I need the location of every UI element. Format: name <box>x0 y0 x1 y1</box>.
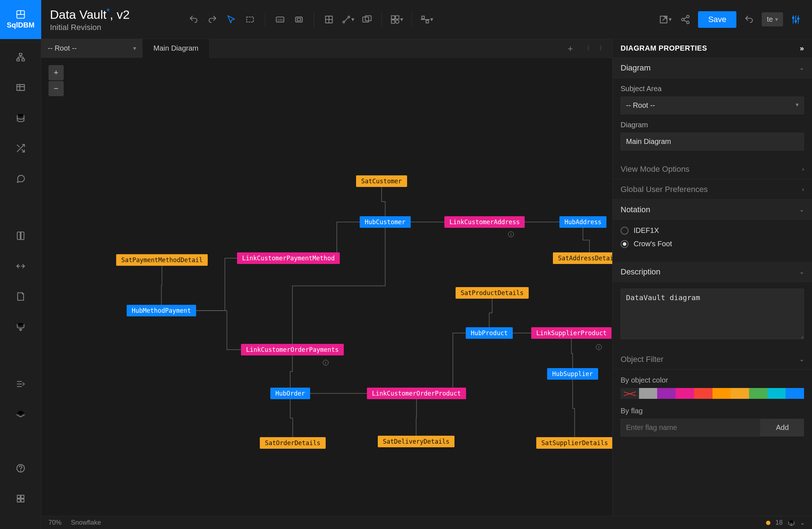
chevron-down-icon: ⌄ <box>799 268 804 275</box>
brand-text: SqlDBM <box>7 21 35 29</box>
add-table-button[interactable] <box>321 12 337 27</box>
entity-SatCustomer[interactable]: SatCustomer <box>356 175 407 187</box>
section-object-filter[interactable]: Object Filter ⌄ <box>613 349 812 370</box>
subject-area-field[interactable]: -- Root --▾ <box>621 97 804 114</box>
chevron-down-icon: ⌄ <box>799 64 804 71</box>
entity-SatAddressDetails[interactable]: SatAddressDetails <box>553 252 612 264</box>
entity-HubMethodPayment[interactable]: HubMethodPayment <box>127 305 196 316</box>
entity-SatPaymentMethodDetail[interactable]: SatPaymentMethodDetail <box>116 254 208 266</box>
svg-rect-61 <box>21 499 24 502</box>
entity-LinkCustomerAddress[interactable]: LinkCustomerAddress <box>444 216 525 228</box>
notation-crowsfoot[interactable]: Crow's Foot <box>621 240 804 248</box>
description-field[interactable] <box>621 289 804 339</box>
zoom-in-button[interactable]: + <box>48 65 64 80</box>
section-diagram[interactable]: Diagram ⌄ <box>613 58 812 78</box>
color-swatch[interactable] <box>676 388 694 399</box>
zoom-level[interactable]: 70% <box>48 519 62 526</box>
color-swatch[interactable] <box>767 388 786 399</box>
chevron-right-icon: › <box>802 166 804 172</box>
import-icon[interactable] <box>13 377 28 391</box>
entity-LinkSupplierProduct[interactable]: LinkSupplierProduct <box>531 327 612 339</box>
entity-LinkCustomerOrderProduct[interactable]: LinkCustomerOrderProduct <box>367 388 466 399</box>
cube-icon[interactable] <box>788 519 795 526</box>
compare-icon[interactable] <box>13 259 28 273</box>
svg-point-50 <box>17 323 24 326</box>
zoom-out-button[interactable]: − <box>48 81 64 96</box>
color-swatch[interactable] <box>749 388 767 399</box>
marquee-button[interactable] <box>242 12 258 27</box>
color-swatch[interactable] <box>657 388 676 399</box>
share-button[interactable] <box>678 12 693 27</box>
entity-LinkCustomerPaymentMethod[interactable]: LinkCustomerPaymentMethod <box>237 252 340 264</box>
export-button[interactable]: ▾ <box>657 12 673 27</box>
entity-HubAddress[interactable]: HubAddress <box>559 216 606 228</box>
entity-HubSupplier[interactable]: HubSupplier <box>547 368 598 380</box>
info-icon[interactable]: i <box>508 231 514 237</box>
subject-area-label: Subject Area <box>621 85 804 93</box>
entity-SatOrderDetails[interactable]: SatOrderDetails <box>260 437 326 449</box>
entity-SatProductDetails[interactable]: SatProductDetails <box>456 287 529 299</box>
notation-idef1x[interactable]: IDEF1X <box>621 226 804 235</box>
note-icon[interactable] <box>13 289 28 304</box>
redo-button[interactable] <box>205 12 220 27</box>
collapse-panel-button[interactable]: » <box>800 44 804 52</box>
revert-button[interactable] <box>741 12 757 27</box>
entity-HubCustomer[interactable]: HubCustomer <box>360 216 411 228</box>
docs-icon[interactable] <box>13 229 28 243</box>
comments-icon[interactable] <box>13 171 28 186</box>
color-swatch[interactable] <box>621 388 639 399</box>
next-tab-button[interactable]: 〉 <box>599 44 605 52</box>
diagram-explorer-icon[interactable] <box>13 50 28 64</box>
color-swatch[interactable] <box>786 388 804 399</box>
database-icon[interactable] <box>13 111 28 125</box>
shuffle-icon[interactable] <box>13 141 28 155</box>
entity-HubOrder[interactable]: HubOrder <box>270 388 310 399</box>
color-swatch[interactable] <box>712 388 731 399</box>
add-relation-button[interactable]: ▾ <box>340 12 355 27</box>
pointer-button[interactable] <box>224 12 239 27</box>
color-swatch[interactable] <box>694 388 712 399</box>
zoom-100-button[interactable]: 100 <box>272 12 288 27</box>
right-panel: DIAGRAM PROPERTIES » Diagram ⌄ Subject A… <box>612 39 812 529</box>
entity-HubProduct[interactable]: HubProduct <box>466 327 513 339</box>
user-menu[interactable]: te▾ <box>762 12 783 26</box>
info-icon[interactable]: i <box>323 360 329 366</box>
tab-main-diagram[interactable]: Main Diagram <box>143 39 210 58</box>
layers-icon[interactable] <box>13 407 28 422</box>
add-view-button[interactable] <box>359 12 374 27</box>
entity-LinkCustomerOrderPayments[interactable]: LinkCustomerOrderPayments <box>241 344 344 355</box>
svg-rect-6 <box>296 17 303 22</box>
add-tab-button[interactable]: ＋ <box>566 43 575 54</box>
canvas[interactable]: + − i i i SatCustomerHubCustomerLinkCust… <box>41 58 612 516</box>
apps-icon[interactable] <box>13 491 28 506</box>
section-description[interactable]: Description ⌄ <box>613 262 812 282</box>
entity-SatDeliveryDetails[interactable]: SatDeliveryDetails <box>378 436 454 447</box>
entity-SatSupplierDetails[interactable]: SatSupplierDetails <box>536 437 612 449</box>
section-global-prefs[interactable]: Global User Preferences › <box>613 179 812 200</box>
align-button[interactable]: ▾ <box>419 12 434 27</box>
panel-title: DIAGRAM PROPERTIES <box>621 44 707 52</box>
settings-button[interactable] <box>788 12 803 27</box>
add-flag-button[interactable]: Add <box>761 419 804 436</box>
templates-button[interactable]: ▾ <box>389 12 404 27</box>
undo-button[interactable] <box>186 12 201 27</box>
svg-rect-59 <box>21 495 24 498</box>
header: SqlDBM Data Vault*, v2 Initial Revision … <box>0 0 812 39</box>
db-engine[interactable]: Snowflake <box>71 519 101 526</box>
flag-input[interactable] <box>621 419 761 436</box>
color-swatch[interactable] <box>731 388 749 399</box>
user-label: te <box>767 15 773 24</box>
source-icon[interactable] <box>13 320 28 334</box>
section-notation[interactable]: Notation ⌄ <box>613 200 812 220</box>
color-swatch[interactable] <box>639 388 657 399</box>
prev-tab-button[interactable]: 〈 <box>584 44 590 52</box>
save-button[interactable]: Save <box>698 11 736 28</box>
logo[interactable]: SqlDBM <box>0 0 41 39</box>
diagram-name-field[interactable] <box>621 133 804 150</box>
tables-icon[interactable] <box>13 80 28 95</box>
info-icon[interactable]: i <box>596 344 602 350</box>
subject-area-select[interactable]: -- Root -- ▾ <box>41 39 143 58</box>
fit-button[interactable] <box>291 12 306 27</box>
section-view-mode[interactable]: View Mode Options › <box>613 159 812 179</box>
help-icon[interactable] <box>13 461 28 475</box>
